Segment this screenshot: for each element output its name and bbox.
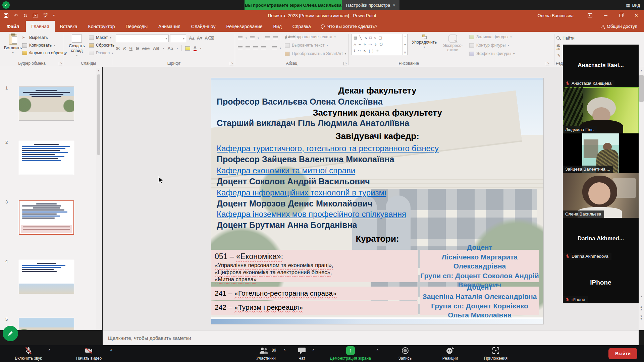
increase-indent-icon[interactable]	[273, 36, 278, 40]
department-link[interactable]: Кафедра економіки та митної справи	[217, 166, 540, 175]
highlight-icon[interactable]	[185, 46, 190, 51]
reactions-button[interactable]: Реакции	[437, 345, 464, 362]
shape-outline-button[interactable]: Контур фигуры ▾	[469, 43, 509, 48]
department-link[interactable]: Кафедра туристичного, готельного та рест…	[217, 144, 540, 153]
restore-button[interactable]	[613, 10, 629, 21]
ribbon-display-options-icon[interactable]	[582, 10, 598, 21]
apps-button[interactable]: Приложения	[476, 345, 516, 362]
bold-button[interactable]: Ж	[116, 46, 120, 51]
change-case-button[interactable]: Aa	[167, 46, 173, 51]
participant-tile-olena[interactable]: Олена Васильєва	[563, 173, 639, 218]
gallery-more-icon[interactable]: ⊽	[404, 51, 406, 54]
tab-home[interactable]: Главная	[26, 21, 54, 32]
layout-button[interactable]: Макет ▾	[89, 35, 111, 40]
justify-icon[interactable]	[261, 46, 266, 50]
undo-icon[interactable]: ↶	[14, 13, 18, 18]
clear-formatting-button[interactable]: A⌫	[205, 35, 214, 41]
slide-thumbnail-1[interactable]	[19, 86, 74, 121]
tab-view[interactable]: Вид	[268, 21, 287, 32]
cut-button[interactable]: ✂ Вырезать	[22, 35, 48, 40]
underline-button[interactable]: Ч	[129, 46, 133, 51]
tab-animations[interactable]: Анимация	[153, 21, 186, 32]
slide-thumbnail-2[interactable]	[19, 141, 74, 175]
format-painter-button[interactable]: Формат по образцу	[22, 51, 67, 55]
dialog-launcher-icon[interactable]: ↘	[343, 62, 347, 65]
participant-tile-darina[interactable]: Darina Akhmed... Darina Akhmedova	[563, 218, 639, 260]
new-slide-button[interactable]: Создать слайд ▾	[67, 35, 86, 57]
dialog-launcher-icon[interactable]: ↘	[230, 62, 233, 65]
spelling-icon[interactable]: ABC ✓	[43, 13, 48, 18]
text-direction-button[interactable]: ⇕A Направление текста ▾	[285, 35, 336, 39]
view-layout-button[interactable]: ▦ Вид	[626, 1, 640, 9]
font-color-button[interactable]: А	[194, 46, 197, 51]
current-slide[interactable]: Декан факультету Професор Васильєва Олен…	[211, 78, 543, 324]
bullets-icon[interactable]	[238, 36, 243, 40]
leave-button[interactable]: Выйти	[608, 348, 637, 359]
font-name-combobox[interactable]: ▾	[116, 35, 169, 42]
reset-button[interactable]: Сбросить	[89, 43, 115, 48]
chevron-up-icon[interactable]: ∧	[376, 348, 379, 352]
italic-button[interactable]: К	[123, 46, 126, 51]
close-button[interactable]: ×	[629, 10, 644, 21]
tab-file[interactable]: Файл	[0, 21, 26, 32]
paste-button[interactable]: Вставить ▾	[4, 35, 22, 54]
record-button[interactable]: Запись	[392, 345, 418, 362]
tab-review[interactable]: Рецензирование	[221, 21, 268, 32]
columns-icon[interactable]	[272, 46, 277, 50]
numbering-icon[interactable]	[250, 36, 255, 40]
participants-button[interactable]: 89 ∧ Участники	[248, 345, 284, 362]
slide-scrollbar[interactable]: ▲ ▼ ▲▲ ▼▼	[639, 67, 644, 330]
align-center-icon[interactable]	[246, 46, 250, 50]
tell-me-box[interactable]: Что вы хотите сделать?	[321, 21, 377, 32]
slide-thumbnail-5[interactable]	[19, 318, 74, 330]
department-link[interactable]: Кафедра інформаційних технологій в туриз…	[217, 188, 540, 197]
shape-fill-button[interactable]: Заливка фигуры ▾	[469, 35, 512, 39]
minimize-button[interactable]	[598, 10, 613, 21]
smartart-button[interactable]: Преобразовать в SmartArt ▾	[285, 51, 346, 56]
slide-thumbnail-3-selected[interactable]	[19, 200, 74, 235]
align-text-button[interactable]: Выровнять текст ▾	[285, 43, 328, 48]
font-size-combobox[interactable]: ▾	[170, 35, 186, 42]
participant-tile-liudmyla[interactable]: Людмила Гіль	[563, 87, 639, 133]
shapes-scrollbar[interactable]: ▴ ▾ ⊽	[402, 34, 407, 55]
view-settings-button[interactable]: Настройки просмотра ∨	[342, 0, 399, 10]
chevron-up-icon[interactable]: ∧	[312, 348, 315, 352]
tab-insert[interactable]: Вставка	[55, 21, 83, 32]
chevron-up-icon[interactable]: ∧	[48, 348, 51, 352]
share-screen-button[interactable]: ↑ ∧ Демонстрация экрана	[319, 345, 381, 362]
copy-button[interactable]: Копировать ▾	[22, 43, 55, 48]
scroll-up-icon[interactable]: ▲	[639, 69, 644, 72]
shrink-font-button[interactable]: A▾	[197, 35, 203, 41]
tab-slideshow[interactable]: Слайд-шоу	[186, 21, 221, 32]
annotation-button[interactable]	[3, 326, 18, 341]
character-spacing-button[interactable]: АВ	[153, 46, 160, 51]
chat-button[interactable]: ∧ Чат	[291, 345, 313, 362]
scroll-up-icon[interactable]: ▴	[404, 35, 406, 38]
section-button[interactable]: Раздел ▾	[89, 51, 113, 55]
customize-qat-icon[interactable]: ▾	[53, 14, 55, 17]
tab-help[interactable]: Справка	[287, 21, 316, 32]
scroll-down-icon[interactable]: ▾	[404, 43, 406, 46]
select-button[interactable]: ⇖	[557, 53, 561, 58]
thumbnails-scrollbar[interactable]: ▲	[96, 68, 101, 329]
start-slideshow-icon[interactable]	[33, 14, 38, 17]
save-icon[interactable]	[4, 13, 8, 18]
dialog-launcher-icon[interactable]: ↘	[546, 62, 549, 65]
department-link[interactable]: Кафедра іноземних мов професійного спілк…	[217, 209, 540, 219]
share-button[interactable]: Общий доступ	[601, 21, 637, 32]
scrollbar-thumb[interactable]	[97, 74, 100, 155]
shape-effects-button[interactable]: Эффекты фигуры ▾	[469, 51, 515, 56]
scroll-up-icon[interactable]: ▲	[96, 68, 101, 74]
strikethrough-button[interactable]: S	[136, 46, 139, 51]
replace-button[interactable]: ab ac	[556, 44, 560, 51]
chevron-up-icon[interactable]: ∧	[110, 348, 112, 352]
security-shield-icon[interactable]: ✓	[2, 1, 10, 9]
dialog-launcher-icon[interactable]: ↘	[59, 62, 62, 65]
shapes-gallery[interactable]: ▤╲↘□○▢ △⌐↳⇨⇩⬠ ⌇◠∿{}☆ ▴ ▾ ⊽	[351, 34, 408, 55]
grow-font-button[interactable]: A▴	[189, 35, 195, 41]
chevron-up-icon[interactable]: ∧	[283, 348, 286, 352]
arrange-button[interactable]: Упорядочить ▾	[411, 35, 438, 49]
previous-slide-icon[interactable]: ▲▲	[639, 306, 644, 311]
tab-design[interactable]: Конструктор	[83, 21, 120, 32]
account-name[interactable]: Олена Васильєва	[538, 13, 574, 18]
